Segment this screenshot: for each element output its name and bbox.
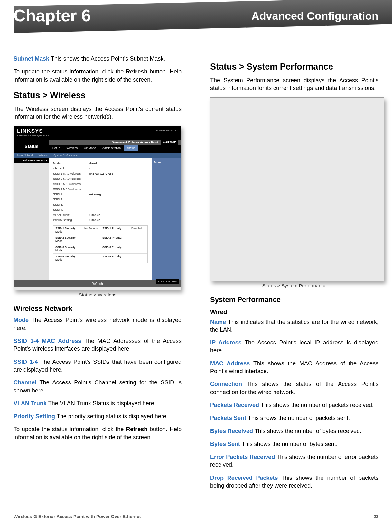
brx-label: Bytes Received bbox=[210, 428, 253, 434]
channel-label: Channel bbox=[14, 379, 36, 386]
conn-label: Connection bbox=[210, 381, 242, 387]
heading-wired: Wired bbox=[210, 308, 378, 315]
footer-page: 23 bbox=[373, 514, 378, 519]
figure-wireless-caption: Status > Wireless bbox=[14, 292, 182, 297]
btx-label: Bytes Sent bbox=[210, 441, 240, 447]
drop-label: Drop Received Packets bbox=[210, 475, 278, 481]
name-label: Name bbox=[210, 319, 226, 325]
chapter-title: Chapter 6 bbox=[14, 6, 91, 25]
mac-label: MAC Address bbox=[210, 360, 250, 367]
mode-label: Mode bbox=[14, 317, 29, 323]
refresh-para-1: To update the status information, click … bbox=[14, 68, 182, 83]
subnet-label: Subnet Mask bbox=[14, 55, 49, 62]
subnet-para: Subnet Mask This shows the Access Point'… bbox=[14, 55, 182, 63]
priority-label: Priority Setting bbox=[14, 413, 55, 420]
footer-product: Wireless-G Exterior Access Point with Po… bbox=[14, 514, 141, 519]
figure-wireless: LINKSYSA Division of Cisco Systems, Inc.… bbox=[14, 126, 182, 297]
ip-label: IP Address bbox=[210, 339, 242, 346]
section-title: Advanced Configuration bbox=[251, 10, 378, 22]
err-label: Error Packets Received bbox=[210, 454, 275, 460]
figure-sysperf-caption: Status > System Performance bbox=[210, 283, 378, 288]
column-divider bbox=[196, 55, 196, 495]
refresh-para-2: To update the status information, click … bbox=[14, 425, 182, 441]
prx-label: Packets Received bbox=[210, 402, 259, 408]
heading-wireless-network: Wireless Network bbox=[14, 305, 182, 313]
heading-status-wireless: Status > Wireless bbox=[14, 91, 182, 101]
sysperf-intro: The System Performance screen displays t… bbox=[210, 76, 378, 92]
heading-status-sysperf: Status > System Performance bbox=[210, 62, 378, 72]
ssid14-label: SSID 1-4 bbox=[14, 359, 38, 365]
screenshot-sysperf bbox=[210, 97, 384, 281]
wireless-intro: The Wireless screen displays the Access … bbox=[14, 105, 182, 121]
ptx-label: Packets Sent bbox=[210, 415, 246, 421]
ssidmac-label: SSID 1-4 MAC Address bbox=[14, 338, 81, 344]
screenshot-wireless: LINKSYSA Division of Cisco Systems, Inc.… bbox=[14, 126, 181, 290]
heading-system-performance: System Performance bbox=[210, 295, 378, 304]
vlan-label: VLAN Trunk bbox=[14, 400, 47, 407]
figure-sysperf: Status > System Performance bbox=[210, 97, 378, 288]
